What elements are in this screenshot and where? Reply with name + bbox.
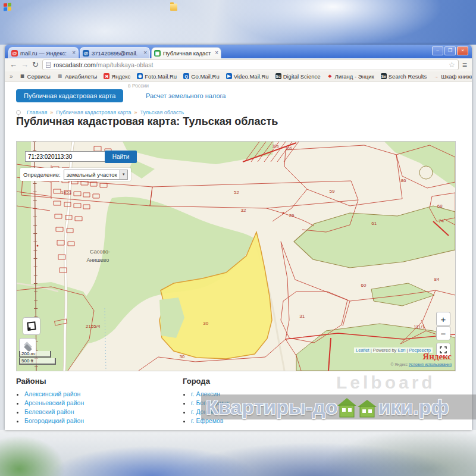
tab-land-tax-calc[interactable]: Расчет земельного налога <box>146 92 226 99</box>
district-link[interactable]: Арсеньевский район <box>24 399 84 406</box>
bookmark-label: Search Results <box>389 73 427 80</box>
watermark-banner: Квартиры-до ики.рф <box>201 394 476 419</box>
breadcrumb-link[interactable]: Главная <box>27 109 47 115</box>
url-text: roscadastr.com/map/tulskaya-oblast <box>54 61 154 68</box>
bookmark-favicon: ▦ <box>20 73 26 79</box>
parcel-label: 1851 <box>61 190 71 195</box>
district-link[interactable]: Алексинский район <box>24 390 80 397</box>
breadcrumb-item[interactable]: » Тульская область <box>134 109 184 115</box>
bookmark-item[interactable]: → Шкаф книжный <box>433 73 472 80</box>
bookmarks-bar: » ▦ Сервисы ▤ Авиабилеты Я Яндекс ◉ Foto… <box>5 71 472 82</box>
parcel-label: 30 <box>179 354 184 359</box>
district-item[interactable]: Белевский район <box>24 408 84 416</box>
bookmark-favicon: Se <box>381 73 387 79</box>
page-icon <box>46 62 51 68</box>
tab-title: mail.ru — Яндекс: <box>20 50 71 57</box>
terms-link[interactable]: Условия использования <box>409 362 452 367</box>
bookmark-favicon: ◆ <box>327 73 333 79</box>
filter-value: земельный участок <box>64 171 120 178</box>
esri-link[interactable]: Esri <box>397 347 405 353</box>
close-button[interactable]: × <box>457 46 468 55</box>
leaflet-link[interactable]: Leaflet <box>356 347 369 353</box>
district-item[interactable]: Богородицкий район <box>24 416 84 425</box>
parcel-label: 84 <box>434 277 440 282</box>
district-link[interactable]: Белевский район <box>24 408 74 415</box>
bookmark-label: Foto.Mail.Ru <box>145 73 177 80</box>
minimize-button[interactable]: – <box>432 46 443 55</box>
bookmark-favicon: ▶ <box>226 73 232 79</box>
breadcrumb-item[interactable]: » Публичная кадастровая карта <box>50 109 131 115</box>
bookmark-star-icon[interactable]: ☆ <box>449 61 455 69</box>
cadastral-map[interactable]: 18515232295986687461608431111/130302155/… <box>16 141 456 371</box>
forward-icon[interactable]: → <box>21 60 29 70</box>
bookmark-label: Digital Science <box>283 73 321 80</box>
back-icon[interactable]: ← <box>10 60 17 70</box>
district-link[interactable]: Богородицкий район <box>24 417 84 424</box>
bookmark-favicon: Я <box>104 73 109 79</box>
bookmark-item[interactable]: ▤ Авиабилеты <box>57 73 97 80</box>
tab-close-icon[interactable]: × <box>215 50 218 56</box>
filter-select[interactable]: земельный участок ▼ <box>64 170 128 180</box>
parcel-label: 86 <box>401 178 406 183</box>
yandex-terms: © Яндекс Условия использования <box>391 362 452 367</box>
filter-control: Определение: земельный участок ▼ <box>20 168 131 181</box>
scale-feet: 500 ft <box>19 358 56 365</box>
bookmark-item[interactable]: Sc Digital Science <box>275 73 321 80</box>
find-button[interactable]: Найти <box>105 151 137 163</box>
scale-bar: 200 m 500 ft <box>19 351 56 365</box>
bookmark-item[interactable]: Я Яндекс <box>104 73 130 80</box>
page-title: Публичная кадастровая карта: Тульская об… <box>16 115 278 128</box>
bookmark-label: Шкаф книжный <box>441 73 472 80</box>
breadcrumb-item[interactable]: Главная <box>24 109 47 115</box>
bookmark-favicon: Q <box>183 73 189 79</box>
parcel-label: 52 <box>234 190 239 195</box>
photo-credit-watermark: Lelboard <box>336 372 436 393</box>
browser-toolbar: ← → ↻ roscadastr.com/map/tulskaya-oblast… <box>5 58 472 71</box>
bookmark-item[interactable]: ◆ Лиганд - Энцик <box>327 73 374 80</box>
house-icon <box>337 396 378 418</box>
bookmark-item[interactable]: Se Search Results <box>381 73 427 80</box>
browser-tab[interactable]: ▦ Публичная кадаст × <box>151 47 221 58</box>
parcel-label: 59 <box>329 189 334 194</box>
breadcrumb-link[interactable]: Тульская область <box>140 109 184 115</box>
address-bar[interactable]: roscadastr.com/map/tulskaya-oblast ☆ <box>42 60 459 70</box>
task-icon <box>170 4 177 11</box>
parcel-label: Сасово- <box>90 249 110 255</box>
maximize-button[interactable]: ❐ <box>444 46 456 55</box>
tab-close-icon[interactable]: × <box>143 50 147 56</box>
browser-window: @ mail.ru — Яндекс: × @ 371420895@mail. … <box>5 45 472 430</box>
bookmark-label: Лиганд - Энцик <box>334 73 374 80</box>
bookmark-item[interactable]: ◉ Foto.Mail.Ru <box>137 73 177 80</box>
district-item[interactable]: Арсеньевский район <box>24 399 84 408</box>
tab-title: 371420895@mail. <box>92 50 142 57</box>
zoom-out-button[interactable]: − <box>436 326 450 340</box>
bookmarks-overflow-icon[interactable]: » <box>10 73 13 80</box>
zoom-in-button[interactable]: + <box>436 312 450 326</box>
watermark-text-right: ики.рф <box>378 396 449 418</box>
bookmark-item[interactable]: Q Go.Mail.Ru <box>183 73 220 80</box>
pin-icon <box>16 110 21 115</box>
tab-public-cadastral-map[interactable]: Публичная кадастровая карта <box>16 89 123 102</box>
breadcrumb-link[interactable]: Публичная кадастровая карта <box>56 109 131 115</box>
browser-tab[interactable]: @ mail.ru — Яндекс: × <box>8 47 79 58</box>
filter-label: Определение: <box>23 171 61 178</box>
parcel-label: 68 <box>437 203 443 209</box>
blurred-photo-bottom <box>0 430 476 476</box>
bookmark-label: Авиабилеты <box>65 73 97 80</box>
locate-button[interactable] <box>23 317 40 335</box>
tab-close-icon[interactable]: × <box>72 50 76 56</box>
yandex-logo[interactable]: Яндекс <box>422 352 452 362</box>
bookmark-item[interactable]: ▶ Video.Mail.Ru <box>226 73 269 80</box>
browser-tab[interactable]: @ 371420895@mail. × <box>80 47 150 58</box>
tab-strip: @ mail.ru — Яндекс: × @ 371420895@mail. … <box>5 45 472 58</box>
menu-icon[interactable]: ≡ <box>462 60 467 70</box>
bookmark-item[interactable]: ▦ Сервисы <box>20 73 51 80</box>
district-item[interactable]: Алексинский район <box>24 390 84 399</box>
cadastral-search-input[interactable] <box>25 151 106 162</box>
reload-icon[interactable]: ↻ <box>32 60 39 70</box>
layers-icon <box>24 342 32 350</box>
bookmark-label: Go.Mail.Ru <box>191 73 220 80</box>
bookmark-label: Яндекс <box>111 73 130 80</box>
breadcrumb-separator: » <box>134 109 137 115</box>
web-page: в России Публичная кадастровая карта Рас… <box>5 82 472 430</box>
